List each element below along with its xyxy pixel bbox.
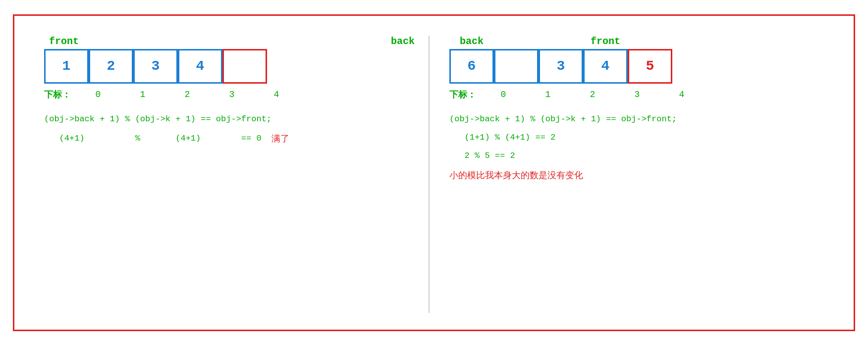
- right-index-label: 下标：: [449, 89, 476, 100]
- left-cell-0: 1: [44, 49, 89, 84]
- right-formula-block: (obj->back + 1) % (obj->k + 1) == obj->f…: [449, 114, 677, 181]
- right-array: 6 3 4 5: [449, 49, 672, 84]
- left-front-label: front: [49, 36, 79, 47]
- left-idx-3: 3: [210, 90, 254, 99]
- left-cell-1: 2: [89, 49, 133, 84]
- left-idx-1: 1: [120, 90, 165, 99]
- main-container: front back 1 2 3 4 下标： 0 1: [13, 14, 855, 331]
- right-idx-1: 1: [526, 90, 570, 99]
- left-array: 1 2 3 4: [44, 49, 267, 84]
- right-idx-2: 2: [570, 90, 615, 99]
- right-formula2: (1+1) % (4+1) == 2: [449, 133, 677, 142]
- right-back-label: back: [460, 36, 484, 47]
- left-formula2: (4+1) % (4+1) == 0: [44, 134, 262, 143]
- right-formula3: 2 % 5 == 2: [449, 151, 677, 160]
- left-idx-4: 4: [254, 90, 299, 99]
- left-cell-4: [222, 49, 267, 84]
- right-cell-2: 3: [539, 49, 583, 84]
- right-formula1: (obj->back + 1) % (obj->k + 1) == obj->f…: [449, 114, 677, 124]
- right-idx-3: 3: [615, 90, 659, 99]
- left-full-label: 满了: [271, 133, 289, 145]
- left-formula-block: (obj->back + 1) % (obj->k + 1) == obj->f…: [44, 114, 289, 145]
- right-front-label: front: [591, 36, 620, 47]
- left-idx-2: 2: [165, 90, 210, 99]
- right-cell-4: 5: [628, 49, 672, 84]
- left-formula1: (obj->back + 1) % (obj->k + 1) == obj->f…: [44, 114, 289, 124]
- right-cell-3: 4: [583, 49, 628, 84]
- left-back-label: back: [391, 36, 415, 47]
- right-cell-0: 6: [449, 49, 494, 84]
- left-cell-2: 3: [133, 49, 178, 84]
- left-index-label: 下标：: [44, 89, 71, 100]
- right-idx-0: 0: [481, 90, 526, 99]
- left-index-row: 下标： 0 1 2 3 4: [44, 89, 299, 100]
- right-panel: back front 6 3 4 5: [430, 31, 834, 186]
- left-panel: front back 1 2 3 4 下标： 0 1: [34, 31, 429, 149]
- right-index-row: 下标： 0 1 2 3 4: [449, 89, 704, 100]
- left-idx-0: 0: [76, 90, 120, 99]
- right-idx-4: 4: [659, 90, 704, 99]
- left-cell-3: 4: [178, 49, 222, 84]
- right-note: 小的模比我本身大的数是没有变化: [449, 169, 677, 181]
- right-cell-1: [494, 49, 539, 84]
